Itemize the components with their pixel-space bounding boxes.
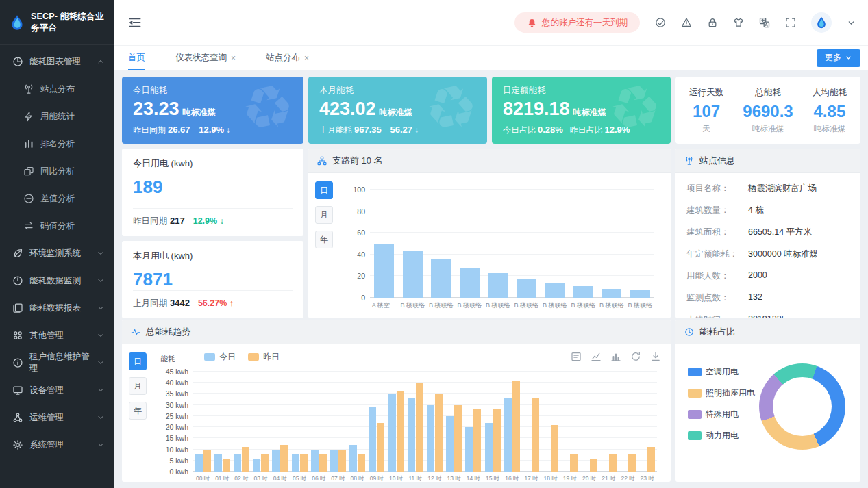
more-button[interactable]: 更多 bbox=[817, 49, 860, 67]
translate-icon[interactable] bbox=[759, 17, 770, 28]
sidebar-subitem-同比分析[interactable]: 同比分析 bbox=[0, 157, 114, 185]
chevron-down-icon bbox=[97, 304, 105, 312]
sidebar-subitem-差值分析[interactable]: 差值分析 bbox=[0, 185, 114, 212]
tab-首页[interactable]: 首页 bbox=[128, 46, 145, 70]
branch-chart: 日月年020406080100A 楼空 ...B 楼联络B 楼联络B 楼联络B … bbox=[308, 173, 671, 318]
sidebar-item-label: 能耗数据报表 bbox=[29, 303, 81, 314]
panel-header: 站点信息 bbox=[675, 149, 860, 173]
card-compare: 上月能耗967.35 56.27↓ bbox=[319, 125, 476, 136]
legend-item-空调用电[interactable]: 空调用电 bbox=[688, 366, 755, 378]
sidebar-subitem-码值分析[interactable]: 码值分析 bbox=[0, 212, 114, 240]
legend-item-特殊用电[interactable]: 特殊用电 bbox=[688, 409, 755, 420]
minus-circle-icon bbox=[23, 193, 34, 204]
bar bbox=[431, 259, 451, 298]
chevron-down-icon bbox=[97, 413, 105, 422]
bar-group: 01 时 bbox=[214, 372, 230, 472]
sidebar-item-设备管理[interactable]: 设备管理 bbox=[0, 376, 114, 404]
toggle-日[interactable]: 日 bbox=[129, 352, 147, 370]
legend-swatch bbox=[688, 431, 702, 440]
sidebar-item-环境监测系统[interactable]: 环境监测系统 bbox=[0, 240, 114, 267]
sidebar-item-系统管理[interactable]: 系统管理 bbox=[0, 431, 114, 459]
site-info-value: 66505.14 平方米 bbox=[748, 227, 812, 238]
bar-group: 10 时 bbox=[388, 372, 404, 472]
user-menu-chevron-icon[interactable] bbox=[847, 18, 856, 27]
trend-legend: 今日昨日 bbox=[204, 351, 280, 363]
sidebar-item-能耗图表管理[interactable]: 能耗图表管理 bbox=[0, 48, 114, 75]
bar-group: B 楼联络 bbox=[517, 190, 536, 298]
alarm-warning-icon[interactable] bbox=[681, 17, 692, 28]
report-icon bbox=[12, 303, 23, 313]
legend-item-照明插座用电[interactable]: 照明插座用电 bbox=[688, 387, 755, 399]
bar-昨日 bbox=[358, 454, 365, 472]
x-tick-label: 15 时 bbox=[486, 475, 499, 482]
theme-palette-icon[interactable] bbox=[655, 17, 666, 28]
x-tick-label: 22 时 bbox=[621, 475, 634, 482]
power-compare: 昨日同期21712.9% ↓ bbox=[133, 209, 293, 227]
stat-unit: 吨标准煤 bbox=[743, 124, 793, 134]
today-energy-card: ♻ 今日能耗 23.23吨标准煤 昨日同期26.67 12.9%↓ bbox=[122, 77, 303, 144]
tab-仪表状态查询[interactable]: 仪表状态查询× bbox=[175, 46, 236, 70]
today-power-panel: 今日用电 (kwh) 189 昨日同期21712.9% ↓ bbox=[122, 149, 303, 236]
legend-item-动力用电[interactable]: 动力用电 bbox=[688, 430, 755, 441]
fullscreen-icon[interactable] bbox=[785, 17, 796, 28]
legend-item-今日[interactable]: 今日 bbox=[204, 351, 236, 363]
toggle-年[interactable]: 年 bbox=[129, 402, 147, 420]
bar-今日 bbox=[272, 450, 280, 472]
y-axis-title: 能耗 bbox=[160, 354, 175, 364]
sidebar: SECP- 能耗综合业务平台 能耗图表管理站点分布用能统计排名分析同比分析差值分… bbox=[0, 0, 114, 488]
menu-fold-icon[interactable] bbox=[128, 16, 142, 29]
bar-group: 15 时 bbox=[485, 372, 501, 472]
sidebar-subitem-用能统计[interactable]: 用能统计 bbox=[0, 103, 114, 130]
tab-close-icon[interactable]: × bbox=[231, 53, 236, 63]
sidebar-nav: 能耗图表管理站点分布用能统计排名分析同比分析差值分析码值分析环境监测系统能耗数据… bbox=[0, 45, 114, 459]
tab-站点分布[interactable]: 站点分布× bbox=[266, 46, 309, 70]
site-info-value: 20191225 bbox=[748, 314, 786, 319]
legend-label: 动力用电 bbox=[706, 430, 739, 441]
bar-今日 bbox=[369, 407, 376, 472]
sidebar-item-租户信息维护管理[interactable]: 租户信息维护管理 bbox=[0, 349, 114, 376]
bar-group: 18 时 bbox=[543, 372, 558, 472]
site-info-row: 上线时间：20191225 bbox=[675, 309, 860, 318]
legend-item-昨日[interactable]: 昨日 bbox=[248, 351, 280, 363]
toggle-月[interactable]: 月 bbox=[315, 206, 333, 224]
sidebar-item-运维管理[interactable]: 运维管理 bbox=[0, 404, 114, 431]
y-tick-label: 15 kwh bbox=[166, 434, 188, 442]
x-tick-label: 11 时 bbox=[408, 475, 422, 482]
bar-group: 04 时 bbox=[272, 372, 288, 472]
site-info-row: 建筑数量：4 栋 bbox=[675, 199, 860, 221]
bar-group: 22 时 bbox=[620, 372, 636, 472]
sidebar-submenu: 站点分布用能统计排名分析同比分析差值分析码值分析 bbox=[0, 75, 114, 240]
tab-close-icon[interactable]: × bbox=[304, 53, 309, 63]
lock-icon[interactable] bbox=[707, 17, 718, 28]
sidebar-item-其他管理[interactable]: 其他管理 bbox=[0, 322, 114, 349]
sidebar-subitem-站点分布[interactable]: 站点分布 bbox=[0, 75, 114, 103]
panel-title: 总能耗趋势 bbox=[146, 326, 190, 338]
refresh-icon[interactable] bbox=[630, 351, 641, 362]
y-tick-label: 0 kwh bbox=[170, 467, 188, 476]
x-tick-label: 09 时 bbox=[370, 475, 384, 482]
bar-昨日 bbox=[319, 454, 327, 472]
bar-chart-icon[interactable] bbox=[610, 351, 621, 362]
account-expiry-notice[interactable]: 您的账户还有一天到期 bbox=[514, 12, 640, 33]
avatar[interactable] bbox=[811, 12, 832, 33]
sidebar-item-能耗数据报表[interactable]: 能耗数据报表 bbox=[0, 294, 114, 322]
power-column: 今日用电 (kwh) 189 昨日同期21712.9% ↓ 本月用电 (kwh)… bbox=[122, 149, 303, 318]
site-info-key: 年定额能耗： bbox=[686, 248, 748, 260]
sidebar-item-能耗数据监测[interactable]: 能耗数据监测 bbox=[0, 267, 114, 294]
skin-tshirt-icon[interactable] bbox=[733, 17, 744, 28]
bar-昨日 bbox=[609, 454, 617, 472]
toggle-月[interactable]: 月 bbox=[129, 377, 147, 395]
sidebar-item-label: 租户信息维护管理 bbox=[29, 351, 90, 374]
stat-value: 107 bbox=[689, 102, 723, 121]
toggle-日[interactable]: 日 bbox=[315, 181, 333, 199]
bar-group: B 楼联络 bbox=[460, 190, 480, 298]
bar-昨日 bbox=[338, 450, 346, 472]
bar-今日 bbox=[388, 394, 396, 472]
data-view-icon[interactable] bbox=[571, 351, 582, 362]
sidebar-subitem-排名分析[interactable]: 排名分析 bbox=[0, 130, 114, 157]
x-tick-label: B 楼联络 bbox=[599, 301, 624, 310]
line-chart-icon[interactable] bbox=[591, 351, 602, 362]
x-tick-label: B 楼联络 bbox=[486, 301, 510, 310]
toggle-年[interactable]: 年 bbox=[315, 231, 333, 248]
download-icon[interactable] bbox=[650, 351, 661, 362]
